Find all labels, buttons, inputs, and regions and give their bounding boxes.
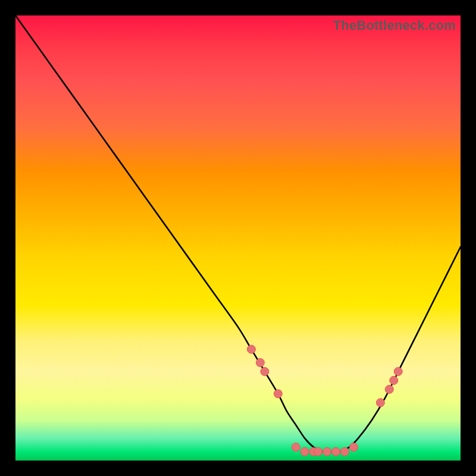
- marker-dot: [300, 447, 309, 456]
- marker-dot: [261, 367, 269, 375]
- bottleneck-chart: [15, 15, 461, 461]
- marker-dot: [256, 358, 264, 367]
- bottleneck-curve: [15, 15, 461, 452]
- marker-dot: [323, 447, 331, 456]
- marker-dot: [247, 345, 255, 353]
- marker-dot: [394, 367, 402, 375]
- marker-dot: [390, 376, 398, 384]
- marker-dot: [385, 385, 393, 393]
- marker-dot: [292, 443, 300, 452]
- marker-dot: [314, 447, 322, 456]
- marker-dot: [274, 390, 282, 398]
- marker-dot: [341, 447, 349, 456]
- marker-dot: [332, 447, 340, 456]
- markers-group: [247, 345, 402, 456]
- marker-dot: [376, 399, 384, 407]
- marker-dot: [349, 443, 358, 452]
- chart-area: TheBottleneck.com: [15, 15, 461, 461]
